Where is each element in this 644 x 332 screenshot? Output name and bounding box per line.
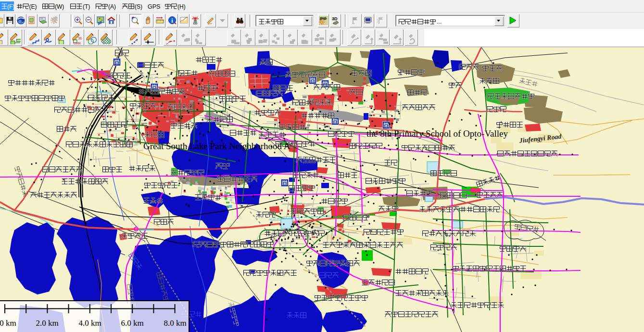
- svg-text:(T): (T): [83, 3, 90, 10]
- svg-text:(W): (W): [55, 3, 64, 10]
- svg-text:0.0 km: 0.0 km: [0, 319, 16, 328]
- svg-text:4.0 km: 4.0 km: [78, 319, 101, 328]
- svg-text:(F): (F): [7, 3, 14, 10]
- svg-text:GPS: GPS: [148, 3, 160, 10]
- svg-text:i: i: [364, 22, 365, 25]
- svg-text:(H): (H): [177, 3, 186, 10]
- svg-text:(S): (S): [135, 3, 142, 10]
- svg-text:(E): (E): [29, 3, 37, 10]
- svg-text:(A): (A): [108, 3, 116, 10]
- svg-text:2.0 km: 2.0 km: [36, 319, 58, 328]
- svg-text:the 8th Primary School of Opto: the 8th Primary School of Opto-Valley: [366, 128, 508, 139]
- svg-text:8.0 km: 8.0 km: [164, 319, 186, 328]
- svg-text:6.0 km: 6.0 km: [121, 319, 143, 328]
- svg-text:...: ...: [437, 18, 442, 25]
- svg-text:36: 36: [78, 36, 82, 40]
- svg-text:Great South Lake Park Neighbor: Great South Lake Park Neighborhood A: [143, 141, 290, 151]
